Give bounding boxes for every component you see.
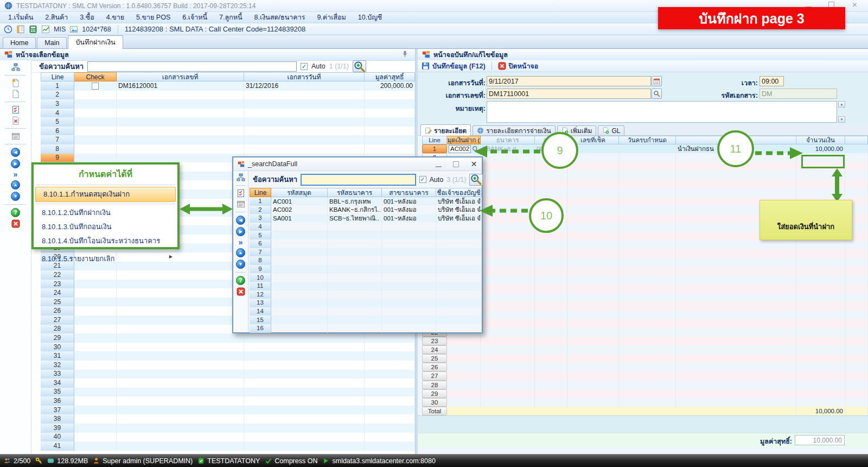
left-column-เอกสารเลขที่[interactable]: เอกสารเลขที่ xyxy=(117,72,244,81)
list-item[interactable]: 16 xyxy=(250,324,482,333)
magnifier-icon[interactable] xyxy=(472,146,479,153)
tab-รายละเอียด[interactable]: รายละเอียด xyxy=(420,124,471,136)
resolution-icon[interactable] xyxy=(69,25,78,34)
grid-column-สมุดเงินฝาก (F[interactable]: สมุดเงินฝาก (F xyxy=(447,136,481,144)
remark-field[interactable] xyxy=(487,101,837,123)
popup-column-Line[interactable]: Line xyxy=(250,188,271,197)
row-checkbox[interactable] xyxy=(92,83,99,90)
list-item[interactable]: 11 xyxy=(250,282,482,291)
popup-minimize-button[interactable] xyxy=(436,161,442,167)
menu-item-2[interactable]: 2.สินค้า xyxy=(39,11,74,24)
checklist-icon[interactable] xyxy=(11,105,20,114)
up-icon[interactable]: ▲ xyxy=(236,248,245,257)
prev-icon[interactable]: ◀ xyxy=(11,148,20,157)
pin-icon[interactable] xyxy=(401,51,409,58)
grid-row[interactable]: 27 xyxy=(422,371,868,380)
grid-row[interactable]: 22 xyxy=(422,328,868,337)
menu-item-8.10.1.3[interactable]: 8.10.1.3.บันทึกถอนเงิน xyxy=(34,220,177,234)
scroll-down-icon[interactable]: ▼ xyxy=(838,116,845,123)
sitemap-icon[interactable] xyxy=(11,63,20,72)
table-row[interactable]: 39 xyxy=(41,424,415,433)
clock-icon[interactable] xyxy=(4,25,12,34)
grid-row[interactable]: 29 xyxy=(422,389,868,398)
menu-item-3[interactable]: 3.ซื้อ xyxy=(74,11,100,24)
list-item[interactable]: 8 xyxy=(250,256,482,265)
close-button[interactable]: ✕ xyxy=(851,1,858,8)
left-column-Check[interactable]: Check xyxy=(74,72,117,81)
list-item[interactable]: 13 xyxy=(250,299,482,307)
grid-row[interactable]: 17 xyxy=(422,285,868,293)
table-row[interactable]: 31 xyxy=(41,351,415,361)
grid-column-ธนาคาร[interactable]: ธนาคาร xyxy=(481,136,535,144)
list-item[interactable]: 14 xyxy=(250,307,482,316)
popup-column-สาขาธนาคาร[interactable]: สาขาธนาคาร xyxy=(382,188,436,197)
left-column-มูลค่าสุทธิ์[interactable]: มูลค่าสุทธิ์ xyxy=(365,72,415,81)
save-button[interactable]: บันทึกข้อมูล (F12) xyxy=(422,61,486,72)
delete-document-icon[interactable] xyxy=(11,116,20,125)
next-icon[interactable]: ▶ xyxy=(11,159,20,168)
grid-row[interactable]: 1AC002KBANK~ธ.ก001~หนำเงินฝากธน10,000.00 xyxy=(422,144,868,153)
close-icon[interactable] xyxy=(11,219,20,228)
grid-row[interactable]: 19 xyxy=(422,302,868,311)
popup-maximize-button[interactable] xyxy=(453,161,459,167)
mis-chart-icon[interactable] xyxy=(41,25,50,34)
doc-code-field[interactable] xyxy=(760,89,837,99)
tab-GL[interactable]: GL xyxy=(598,125,624,135)
new-document-icon[interactable] xyxy=(11,79,20,87)
popup-search-input[interactable] xyxy=(301,174,416,186)
table-row[interactable]: 4 xyxy=(41,109,415,118)
calculator-icon[interactable] xyxy=(29,25,37,34)
table-row[interactable]: 30 xyxy=(41,343,415,352)
menu-item-5[interactable]: 5.ขาย POS xyxy=(130,11,176,24)
table-row[interactable]: 37 xyxy=(41,406,415,415)
form-icon[interactable] xyxy=(237,200,245,209)
table-row[interactable]: 40 xyxy=(41,433,415,442)
menu-item-4[interactable]: 4.ขาย xyxy=(100,11,130,24)
up-icon[interactable]: ▲ xyxy=(11,180,20,190)
menu-item-8.10.1.1[interactable]: 8.10.1.1.กำหนดสมุดเงินฝาก xyxy=(35,187,176,202)
left-column-เอกสารวันที่[interactable]: เอกสารวันที่ xyxy=(244,72,365,81)
list-item[interactable]: 7 xyxy=(250,248,482,257)
tab-บันทึกฝากเงิน[interactable]: บันทึกฝากเงิน xyxy=(68,35,123,49)
search-input[interactable] xyxy=(87,61,297,72)
menu-item-1[interactable]: 1.เริ่มต้น xyxy=(2,11,39,24)
list-item[interactable]: 6 xyxy=(250,239,482,248)
grid-row[interactable]: 21 xyxy=(422,319,868,328)
table-row[interactable]: 36 xyxy=(41,396,415,406)
list-item[interactable]: 15 xyxy=(250,315,482,324)
list-item[interactable]: 4 xyxy=(250,223,482,231)
table-row[interactable]: 6 xyxy=(41,127,415,136)
doc-no-field[interactable] xyxy=(487,89,651,99)
prev-icon[interactable]: ◀ xyxy=(236,216,245,225)
list-item[interactable]: 5 xyxy=(250,231,482,239)
table-row[interactable]: 34 xyxy=(41,378,415,388)
down-icon[interactable]: ▼ xyxy=(11,192,20,201)
menu-item-10[interactable]: 10.บัญชี xyxy=(352,11,388,24)
grid-row[interactable]: 16 xyxy=(422,275,868,284)
form-icon[interactable] xyxy=(11,132,20,141)
grid-row[interactable]: 4 xyxy=(422,171,868,179)
table-row[interactable]: 3 xyxy=(41,99,415,109)
table-row[interactable]: 8 xyxy=(41,144,415,154)
list-item[interactable]: 9 xyxy=(250,265,482,274)
mis-label[interactable]: MIS xyxy=(54,26,66,33)
menu-item-8.10.1.4[interactable]: 8.10.1.4.บันทึกโอนเงินระหว่างธนาคาร xyxy=(34,234,177,248)
grid-row[interactable]: 26 xyxy=(422,363,868,371)
checklist-icon[interactable] xyxy=(237,189,245,198)
tab-Home[interactable]: Home xyxy=(3,37,36,48)
blank-document-icon[interactable] xyxy=(11,90,20,98)
table-row[interactable]: 7 xyxy=(41,135,415,144)
popup-search-button[interactable] xyxy=(469,174,483,186)
menu-item-8.10.1.2[interactable]: 8.10.1.2.บันทึกฝากเงิน xyxy=(34,206,177,220)
popup-column-รหัสธนาคาร[interactable]: รหัสธนาคาร xyxy=(328,188,382,197)
sitemap-icon[interactable] xyxy=(237,173,245,182)
table-row[interactable]: 32 xyxy=(41,361,415,370)
search-button[interactable] xyxy=(353,60,366,72)
next-icon[interactable]: ▶ xyxy=(236,227,245,236)
grid-column-จำนวนเงิน[interactable]: จำนวนเงิน xyxy=(796,136,845,144)
notebook-icon[interactable] xyxy=(16,25,25,34)
tab-รายละเอียดการจ่ายเงิน[interactable]: รายละเอียดการจ่ายเงิน xyxy=(473,125,556,135)
popup-column-ชื่อเจ้าของบัญชี[interactable]: ชื่อเจ้าของบัญชี xyxy=(436,188,482,197)
grid-row[interactable]: 5 xyxy=(422,179,868,188)
grid-row[interactable]: 24 xyxy=(422,345,868,354)
